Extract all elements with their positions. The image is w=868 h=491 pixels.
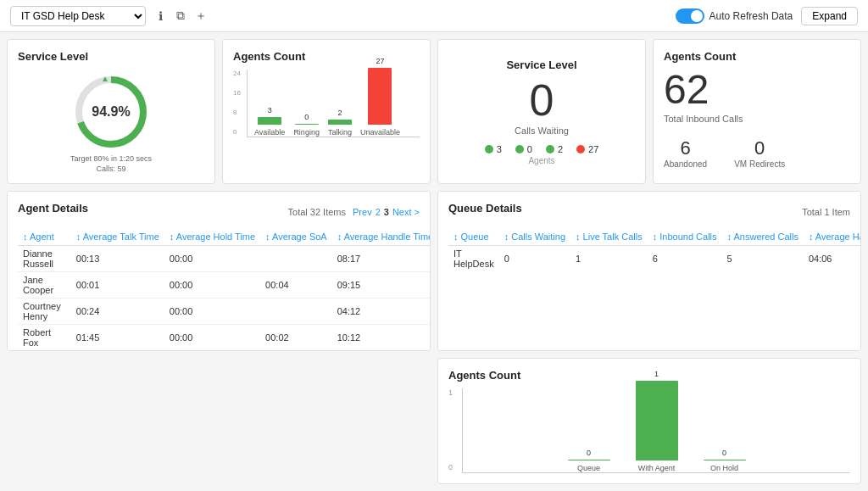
- col-hold[interactable]: ↕ Average Hold Time: [164, 228, 260, 246]
- auto-refresh-toggle[interactable]: [676, 8, 704, 24]
- col-agent[interactable]: ↕ Agent: [18, 228, 71, 246]
- agent-name: Robert Fox: [18, 325, 71, 351]
- agent-soa: 00:04: [260, 272, 332, 299]
- bar-on-hold-value: 0: [722, 449, 726, 457]
- agents-count-top-title: Agents Count: [664, 50, 850, 63]
- agents-row-label: Agents: [528, 156, 554, 165]
- bar-ringing: 0 Ringing: [293, 113, 320, 137]
- y-label-16: 16: [233, 89, 247, 97]
- donut-target: Target 80% in 1:20 secs: [70, 154, 152, 163]
- agent-details-table: ↕ Agent ↕ Average Talk Time ↕ Average Ho…: [18, 228, 431, 351]
- pagination: Prev 2 3 Next >: [353, 207, 420, 217]
- y-label-0: 0: [233, 128, 247, 136]
- agent-handle: 08:17: [332, 246, 431, 272]
- donut-wrap: 94.9% ▲ Target 80% in 1:20 secs Calls: 5…: [18, 70, 204, 173]
- agent-soa: 00:02: [260, 325, 332, 351]
- agent-talk: 01:45: [71, 325, 164, 351]
- queue-details-total: Total 1 Item: [802, 207, 850, 217]
- bar-unavailable-rect: [368, 68, 392, 125]
- agents-count-top-card: Agents Count 62 Total Inbound Calls 6 Ab…: [653, 39, 861, 184]
- qcol-answered[interactable]: ↕ Answered Calls: [722, 228, 804, 246]
- agent-details-title: Agent Details: [18, 202, 88, 215]
- bottom-y-0: 0: [448, 463, 462, 471]
- agent-details-total: Total 32 Items: [288, 207, 346, 217]
- next-page[interactable]: Next >: [392, 207, 420, 217]
- bottom-y-1: 1: [448, 388, 462, 397]
- dot-red-1: [576, 145, 585, 153]
- bar-on-hold-rect: [704, 460, 746, 460]
- agent-soa: 00:11: [260, 351, 332, 352]
- agent-details-controls: Total 32 Items Prev 2 3 Next >: [288, 207, 420, 217]
- bar-unavailable-label: Unavailable: [360, 128, 400, 137]
- bar-ringing-label: Ringing: [293, 128, 320, 137]
- bar-talking-value: 2: [337, 109, 342, 117]
- y-label-24: 24: [233, 70, 247, 77]
- dot-3: 3: [485, 144, 502, 154]
- queue-details-card: Queue Details Total 1 Item ↕ Queue ↕ Cal…: [437, 191, 861, 351]
- agent-hold: 00:00: [164, 351, 260, 352]
- qcol-live[interactable]: ↕ Live Talk Calls: [570, 228, 648, 246]
- bar-talking-label: Talking: [328, 128, 352, 137]
- y-label-8: 8: [233, 109, 247, 116]
- agent-talk: 00:24: [71, 299, 164, 325]
- qcol-queue[interactable]: ↕ Queue: [448, 228, 499, 246]
- page-3[interactable]: 3: [384, 207, 389, 217]
- bar-with-agent-value: 1: [654, 370, 659, 378]
- col-talk[interactable]: ↕ Average Talk Time: [71, 228, 164, 246]
- qcol-inbound[interactable]: ↕ Inbound Calls: [648, 228, 722, 246]
- dot-green-2: [515, 145, 524, 153]
- dot-3-value: 3: [497, 144, 502, 154]
- table-header-row: ↕ Agent ↕ Average Talk Time ↕ Average Ho…: [18, 228, 431, 246]
- calls-waiting-number: 0: [530, 78, 554, 122]
- auto-refresh-toggle-wrap: Auto Refresh Data: [676, 8, 793, 24]
- table-row: Dianne Russell 00:13 00:00 08:17: [18, 246, 431, 272]
- agent-name: Jane Cooper: [18, 272, 71, 299]
- agent-talk: 00:12: [71, 351, 164, 352]
- prev-page[interactable]: Prev: [353, 207, 372, 217]
- donut-container: 94.9% ▲: [69, 70, 153, 154]
- add-icon[interactable]: ＋: [193, 8, 209, 24]
- bar-chart: 3 Available 0 Ringing 2 Talking: [247, 70, 420, 137]
- queue-select[interactable]: IT GSD Help Desk: [10, 6, 146, 26]
- bar-talking-rect: [328, 120, 352, 125]
- header-icons: ℹ ⧉ ＋: [153, 8, 209, 24]
- col-soa[interactable]: ↕ Average SoA: [260, 228, 332, 246]
- agent-soa: [260, 246, 332, 272]
- bar-queue-label: Queue: [577, 464, 600, 472]
- bar-available: 3 Available: [254, 106, 285, 137]
- page-2[interactable]: 2: [376, 207, 381, 217]
- col-handle[interactable]: ↕ Average Handle Time: [332, 228, 431, 246]
- agents-count-bar-card: Agents Count 0 8 16 24 3 Available 0: [222, 39, 431, 184]
- bottom-agents-count-card: Agents Count 0 1 0 Queue 1 With Agent: [437, 358, 861, 484]
- triangle-indicator: ▲: [101, 74, 109, 83]
- queue-answered: 5: [722, 246, 804, 272]
- copy-icon[interactable]: ⧉: [173, 8, 188, 24]
- queue-inbound: 6: [648, 246, 722, 272]
- dot-27: 27: [576, 144, 598, 154]
- agent-hold: 00:00: [164, 246, 260, 272]
- expand-button[interactable]: Expand: [801, 7, 858, 25]
- bar-unavailable-value: 27: [376, 57, 384, 65]
- metric-row: 6 Abandoned 0 VM Redirects: [664, 137, 850, 169]
- y-axis: 0 8 16 24: [233, 70, 247, 137]
- queue-table-body: IT HelpDesk 0 1 6 5 04:06 00:26: [448, 246, 861, 272]
- agent-hold: 00:00: [164, 272, 260, 299]
- bar-ringing-value: 0: [304, 113, 309, 121]
- info-icon[interactable]: ℹ: [153, 8, 168, 24]
- dot-0-value: 0: [527, 144, 532, 154]
- agent-handle: 09:15: [332, 272, 431, 299]
- abandoned-label: Abandoned: [664, 159, 707, 169]
- abandoned-number: 6: [664, 137, 707, 159]
- queue-row: IT HelpDesk 0 1 6 5 04:06 00:26: [448, 246, 861, 272]
- vm-redirects-label: VM Redirects: [734, 159, 785, 169]
- queue-details-title: Queue Details: [448, 202, 522, 215]
- header-right: Auto Refresh Data Expand: [676, 7, 858, 25]
- queue-live: 1: [570, 246, 648, 272]
- bar-chart-container: 0 8 16 24 3 Available 0 Ringing: [233, 70, 420, 137]
- qcol-handle[interactable]: ↕ Average Handle Time: [804, 228, 861, 246]
- dot-green-3: [546, 145, 554, 153]
- table-row: Courtney Henry 00:24 00:00 04:12: [18, 299, 431, 325]
- agent-talk: 00:01: [71, 272, 164, 299]
- queue-details-table: ↕ Queue ↕ Calls Waiting ↕ Live Talk Call…: [448, 228, 861, 271]
- qcol-waiting[interactable]: ↕ Calls Waiting: [499, 228, 570, 246]
